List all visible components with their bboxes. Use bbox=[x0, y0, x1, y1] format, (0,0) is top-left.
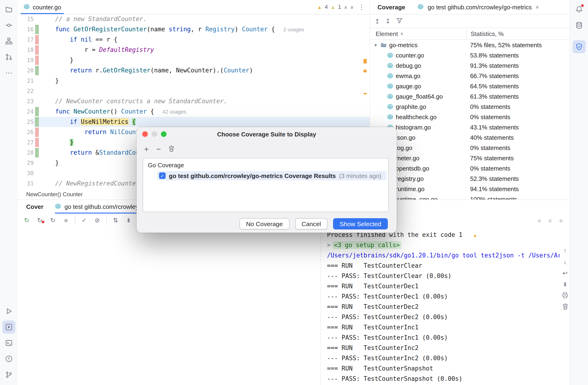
filter-icon[interactable] bbox=[396, 17, 403, 25]
chevron-down-icon[interactable]: ▾ bbox=[372, 42, 379, 47]
usages-hint[interactable]: 2 usages bbox=[283, 27, 304, 32]
code-line[interactable]: 20 return r.GetOrRegister(name, NewCount… bbox=[18, 65, 370, 76]
code-line-body[interactable]: func GetOrRegisterCounter(name string, r… bbox=[34, 24, 370, 35]
code-line[interactable]: 22 bbox=[18, 86, 370, 96]
coverage-row[interactable]: opentsdb.go0% statements bbox=[370, 163, 570, 173]
line-number[interactable]: 16 bbox=[18, 24, 34, 35]
code-line-body[interactable]: } bbox=[34, 76, 370, 86]
code-line-body[interactable]: func NewCounter() Counter {42 usages bbox=[34, 107, 370, 117]
inspections-widget[interactable]: ▲ 4 ▲ 1 ∧ ∨ bbox=[317, 4, 354, 10]
run-icon[interactable] bbox=[2, 305, 15, 318]
coverage-shield-icon[interactable] bbox=[573, 40, 586, 53]
line-number[interactable]: 29 bbox=[18, 158, 34, 168]
line-number[interactable]: 26 bbox=[18, 127, 34, 137]
close-window-button[interactable] bbox=[142, 131, 148, 137]
statistics-column-header[interactable]: Statistics, % bbox=[466, 28, 504, 39]
coverage-strip[interactable] bbox=[35, 66, 39, 75]
scrollbar-warning-mark[interactable] bbox=[363, 59, 367, 63]
rerun-failed-tests-icon[interactable]: ↻ bbox=[36, 217, 44, 224]
dialog-title-bar[interactable]: Choose Coverage Suite to Display bbox=[137, 127, 397, 141]
coverage-row[interactable]: json.go40% statements bbox=[370, 132, 570, 142]
line-number[interactable]: 23 bbox=[18, 96, 34, 107]
add-suite-icon[interactable]: + bbox=[144, 145, 149, 154]
coverage-strip[interactable] bbox=[35, 56, 39, 65]
coverage-strip[interactable] bbox=[35, 117, 39, 127]
coverage-row[interactable]: histogram.go43.1% statements bbox=[370, 122, 570, 132]
tab-options-kebab-icon[interactable]: ⋮ bbox=[358, 3, 370, 11]
code-line-body[interactable]: } bbox=[34, 55, 370, 65]
coverage-row[interactable]: registry.go52.3% statements bbox=[370, 173, 570, 184]
code-line[interactable]: 17 if nil == r { bbox=[18, 35, 370, 45]
line-number[interactable]: 17 bbox=[18, 35, 34, 45]
remove-suite-icon[interactable]: − bbox=[156, 145, 161, 154]
git-branch-icon[interactable] bbox=[2, 368, 15, 381]
code-line[interactable]: 25 if UseNilMetrics { bbox=[18, 117, 370, 127]
coverage-row[interactable]: ewma.go66.7% statements bbox=[370, 71, 570, 81]
close-icon[interactable]: × bbox=[536, 3, 539, 11]
scroll-down-icon[interactable]: ↓ bbox=[564, 258, 567, 265]
code-line[interactable]: 21} bbox=[18, 76, 370, 86]
sort-icon[interactable]: ⇅ bbox=[111, 217, 120, 224]
cancel-button[interactable]: Cancel bbox=[295, 218, 327, 230]
line-number[interactable]: 19 bbox=[18, 55, 34, 65]
clear-console-trash-icon[interactable] bbox=[562, 303, 568, 310]
line-number[interactable]: 18 bbox=[18, 45, 34, 55]
stop-icon[interactable]: ■ bbox=[62, 217, 70, 224]
next-problem-icon[interactable]: ∨ bbox=[350, 4, 354, 10]
scrollbar-warning-mark[interactable] bbox=[363, 93, 367, 94]
coverage-strip[interactable] bbox=[35, 35, 39, 44]
coverage-row[interactable]: counter.go53.8% statements bbox=[370, 50, 570, 60]
line-number[interactable]: 24 bbox=[18, 107, 34, 117]
console-line[interactable]: /Users/jetbrains/sdk/go1.20.1/bin/go too… bbox=[320, 250, 560, 261]
coverage-row[interactable]: runtime_cgo.go100% statements bbox=[370, 194, 570, 199]
code-line[interactable]: 18 r = DefaultRegistry bbox=[18, 45, 370, 55]
coverage-strip[interactable] bbox=[35, 25, 39, 34]
rerun-icon[interactable]: ↻ bbox=[22, 217, 31, 224]
show-ignored-icon[interactable]: ⊘ bbox=[93, 217, 102, 224]
commit-icon[interactable] bbox=[2, 19, 15, 32]
structure-icon[interactable] bbox=[2, 35, 15, 48]
coverage-tab[interactable]: go test github.com/rcrowley/go-metrics × bbox=[418, 3, 539, 11]
suite-checkbox[interactable]: ✓ bbox=[159, 173, 166, 179]
code-line-body[interactable] bbox=[34, 86, 370, 96]
line-number[interactable]: 22 bbox=[18, 86, 34, 96]
coverage-row[interactable]: graphite.go0% statements bbox=[370, 101, 570, 112]
code-line-body[interactable]: if UseNilMetrics { bbox=[34, 117, 370, 127]
coverage-row[interactable]: runtime.go94.1% statements bbox=[370, 184, 570, 194]
run-window-icon[interactable] bbox=[2, 321, 15, 334]
import-test-results-icon[interactable]: ⇟ bbox=[125, 217, 133, 224]
zoom-window-button[interactable] bbox=[161, 131, 167, 137]
coverage-strip[interactable] bbox=[35, 148, 39, 157]
coverage-row[interactable]: meter.go75% statements bbox=[370, 153, 570, 163]
first-uncovered-up-icon[interactable]: ↥ bbox=[375, 18, 380, 24]
scroll-up-icon[interactable]: ↑ bbox=[564, 247, 567, 254]
soft-wrap-icon[interactable]: ↩ bbox=[563, 269, 568, 277]
code-line[interactable]: 19 } bbox=[18, 55, 370, 65]
print-icon[interactable] bbox=[562, 291, 568, 299]
coverage-strip[interactable] bbox=[35, 128, 39, 137]
delete-trash-icon[interactable] bbox=[168, 145, 174, 154]
coverage-row[interactable]: debug.go91.3% statements bbox=[370, 60, 570, 71]
line-number[interactable]: 27 bbox=[18, 137, 34, 148]
code-line-body[interactable]: return r.GetOrRegister(name, NewCounter)… bbox=[34, 65, 370, 76]
code-line[interactable]: 15// a new StandardCounter. bbox=[18, 14, 370, 24]
notifications-bell-icon[interactable] bbox=[573, 3, 586, 16]
coverage-row[interactable]: healthcheck.go0% statements bbox=[370, 112, 570, 122]
no-coverage-button[interactable]: No Coverage bbox=[239, 218, 289, 230]
scroll-to-end-icon[interactable]: ⇟ bbox=[563, 280, 568, 288]
problems-icon[interactable] bbox=[2, 352, 15, 365]
coverage-suite-row[interactable]: ✓ go test github.com/rcrowley/go-metrics… bbox=[157, 171, 386, 180]
line-number[interactable]: 31 bbox=[18, 178, 34, 189]
previous-problem-icon[interactable]: ∧ bbox=[344, 4, 348, 10]
tab-counter-go[interactable]: counter.go bbox=[18, 0, 67, 14]
fold-marker-icon[interactable]: > bbox=[327, 242, 331, 249]
code-line-body[interactable]: if nil == r { bbox=[34, 35, 370, 45]
show-passed-icon[interactable]: ✓ bbox=[80, 217, 88, 224]
next-uncovered-down-icon[interactable]: ↧ bbox=[385, 18, 391, 24]
code-line-body[interactable]: // NewCounter constructs a new StandardC… bbox=[34, 96, 370, 107]
code-line[interactable]: 24func NewCounter() Counter {42 usages bbox=[18, 107, 370, 117]
line-number[interactable]: 28 bbox=[18, 148, 34, 158]
more-tool-windows-icon[interactable]: ⋯ bbox=[2, 66, 15, 79]
coverage-strip[interactable] bbox=[35, 138, 39, 147]
line-number[interactable]: 15 bbox=[18, 14, 34, 24]
